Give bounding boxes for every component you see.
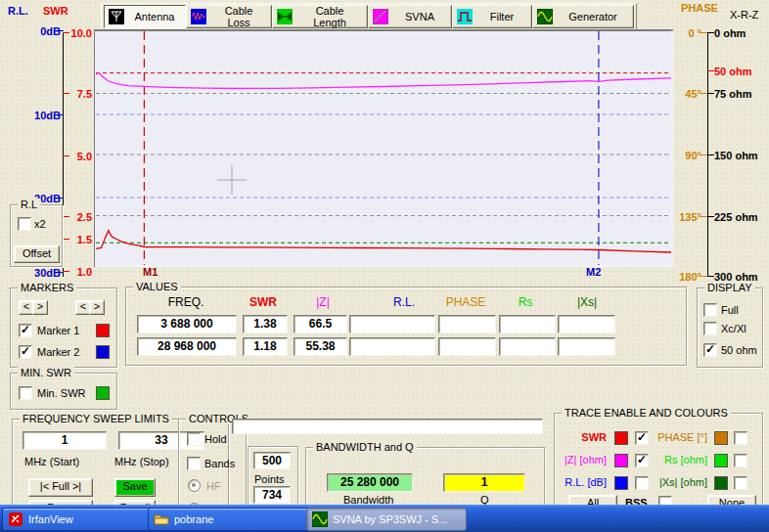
marker2-checkbox[interactable] [19, 345, 32, 359]
points-group: 500 Points 734 [248, 446, 298, 505]
toolbar-button-label: Antenna [124, 11, 185, 22]
marker1-color-swatch[interactable] [96, 324, 110, 337]
toolbar-button-cable-loss[interactable]: Cable Loss [186, 5, 272, 28]
right-phase-tick-label: 180° [673, 271, 701, 283]
toolbar-button-svna[interactable]: SVNA [368, 5, 452, 28]
toolbar-button-label: Cable Length [293, 5, 367, 28]
min-swr-checkbox[interactable] [19, 386, 32, 400]
trace-none-button[interactable]: None [707, 495, 756, 505]
values-field-row1-col4[interactable] [349, 315, 435, 333]
left-swr-tick [63, 271, 69, 272]
toolbar-button-generator[interactable]: Generator [532, 5, 634, 28]
xrz-axis-title: X-R-Z [730, 9, 758, 21]
values-field-row1-col2[interactable]: 1.38 [243, 315, 288, 333]
rl-x2-checkbox[interactable] [18, 217, 31, 231]
toolbar-button-cable-length[interactable]: Cable Length [272, 5, 368, 28]
bss-checkbox[interactable] [658, 496, 672, 505]
hf-radio[interactable] [188, 479, 201, 492]
left-swr-tick-label: 1.0 [68, 266, 92, 278]
left-db-tick [57, 114, 64, 115]
values-header-freq: FREQ. [147, 296, 225, 308]
trace-all-button[interactable]: All [568, 495, 617, 505]
trace-swatch-rsohm[interactable] [714, 454, 728, 467]
taskbar-button-label: SVNA by SP3SWJ - S... [333, 513, 447, 525]
bands-checkbox[interactable] [187, 457, 201, 470]
markers-group-title: MARKERS [18, 282, 76, 293]
values-field-row2-col1[interactable]: 28 968 000 [137, 337, 237, 356]
values-group-title: VALUES [133, 281, 181, 292]
display-full-checkbox[interactable] [703, 303, 717, 317]
display-group-title: DISPLAY [704, 282, 755, 293]
points-bottom-field[interactable]: 734 [253, 486, 291, 504]
q-field[interactable]: 1 [443, 473, 525, 492]
values-field-row2-col6[interactable] [499, 337, 556, 356]
plot-background [94, 29, 673, 267]
toolbar-button-label: SVNA [388, 11, 451, 22]
toolbar-button-antenna[interactable]: Antenna [104, 5, 186, 28]
trace-label-rldb: R.L. [dB] [519, 476, 607, 488]
values-field-row1-col5[interactable] [438, 315, 496, 333]
right-ohm-tick-label: 225 ohm [714, 211, 758, 223]
left-db-tick [57, 30, 64, 31]
values-field-row2-col7[interactable] [558, 337, 615, 356]
marker2-next-button[interactable]: > [89, 300, 105, 315]
values-field-row2-col3[interactable]: 55.38 [294, 337, 347, 356]
values-field-row1-col3[interactable]: 66.5 [294, 315, 347, 333]
bands-label: Bands [204, 458, 235, 469]
sweep-plot[interactable] [94, 29, 673, 267]
values-field-row1-col6[interactable] [499, 315, 556, 333]
right-phase-tick-label: 135° [673, 211, 701, 223]
stop-freq-label: MHz (Stop) [114, 456, 169, 467]
trace-checkbox-rsohm[interactable] [734, 454, 747, 467]
trace-swatch-phase[interactable] [714, 431, 728, 445]
trace-swatch-xsohm[interactable] [714, 476, 728, 490]
right-ohm-tick [707, 32, 714, 33]
values-field-row1-col7[interactable] [558, 315, 615, 333]
left-swr-tick-label: 5.0 [68, 151, 92, 162]
irfanview-icon [8, 511, 23, 527]
values-field-row2-col4[interactable] [349, 337, 435, 356]
marker2-color-swatch[interactable] [96, 345, 110, 359]
hold-checkbox[interactable] [187, 432, 201, 446]
right-phase-tick-label: 0 ° [673, 27, 701, 39]
points-top-field[interactable]: 500 [253, 452, 291, 469]
start-freq-label: MHz (Start) [24, 456, 79, 467]
offset-button[interactable]: Offset [14, 245, 60, 263]
display-xcxl-checkbox[interactable] [703, 322, 717, 335]
values-field-row2-col2[interactable]: 1.18 [243, 337, 288, 356]
values-header-z: |Z| [284, 296, 362, 308]
marker1-checkbox[interactable] [19, 324, 32, 337]
trace-label-zohm: |Z| [ohm] [519, 454, 607, 466]
taskbar-button-svna[interactable]: SVNA by SP3SWJ - S... [306, 508, 467, 531]
toolbar-button-label: Filter [473, 11, 531, 22]
values-field-row2-col5[interactable] [438, 337, 496, 356]
left-swr-tick [63, 239, 69, 240]
trace-checkbox-xsohm[interactable] [734, 476, 747, 490]
left-axis-line [63, 32, 64, 277]
bandwidth-group: BANDWIDTH and Q 25 280 000 Bandwidth 1 Q [305, 447, 545, 505]
rl-x2-label: x2 [34, 218, 46, 230]
trace-checkbox-phase[interactable] [734, 431, 747, 445]
left-swr-tick [63, 93, 69, 94]
full-span-button[interactable]: |< Full >| [28, 478, 93, 497]
taskbar-button-label: IrfanView [28, 513, 73, 525]
marker1-label: Marker 1 [37, 325, 79, 336]
antenna-icon [109, 9, 124, 24]
min-swr-group: MIN. SWR Min. SWR [10, 373, 117, 410]
save-button[interactable]: Save [114, 478, 156, 497]
hold-label: Hold [204, 433, 227, 445]
cable-loss-icon [191, 9, 206, 24]
toolbar-button-filter[interactable]: Filter [452, 5, 532, 28]
bandwidth-field[interactable]: 25 280 000 [327, 473, 413, 492]
taskbar-button-pobrane[interactable]: pobrane [148, 508, 310, 531]
rl-offset-group: R.L x2 Offset [10, 204, 63, 267]
taskbar-button-irfanview[interactable]: IrfanView [2, 508, 152, 531]
left-db-tick-label: 30dB [29, 267, 61, 279]
min-swr-color-swatch[interactable] [96, 386, 110, 400]
marker1-next-button[interactable]: > [32, 300, 48, 315]
values-field-row1-col1[interactable]: 3 688 000 [137, 315, 237, 333]
entry-field[interactable] [232, 419, 543, 434]
display-50ohm-checkbox[interactable] [703, 343, 717, 357]
start-freq-input[interactable]: 1 [23, 431, 107, 450]
left-db-tick [57, 272, 64, 273]
